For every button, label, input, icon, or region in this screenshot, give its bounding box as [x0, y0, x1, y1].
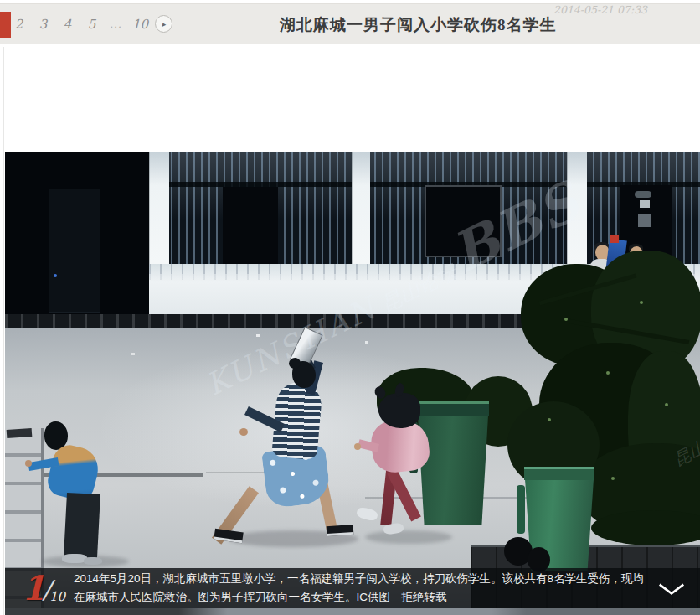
boy-shoe-2 [84, 557, 102, 565]
trash-bin-1 [417, 401, 489, 525]
building-pillar-2 [352, 152, 370, 264]
publish-timestamp: 2014-05-21 07:33 [553, 3, 647, 44]
page-link-4[interactable]: 4 [55, 17, 80, 32]
page-link-10[interactable]: 10 [128, 17, 152, 32]
photo-story-title: 湖北麻城一男子闯入小学砍伤8名学生 [280, 3, 557, 44]
cloth-red-tag [610, 235, 619, 243]
leaf-glint-5 [665, 403, 668, 406]
gallery-photo[interactable]: KUNSHAN 昆山论坛 BBS 昆山论坛 1 / 10 2014年5月20日，… [5, 152, 700, 615]
litter-speck-1 [256, 334, 260, 337]
leaf-glint-6 [611, 477, 615, 480]
chevron-down-icon [658, 582, 685, 596]
page-link-2[interactable]: 2 [7, 17, 31, 32]
photo-index: 1 / 10 [22, 571, 65, 605]
attacker-left-hand [239, 428, 248, 436]
attacker-sandal-2 [327, 525, 354, 536]
photo-index-current: 1 [22, 571, 45, 605]
building-pillar-1 [149, 152, 169, 264]
building-pillar-3 [567, 152, 587, 264]
photo-caption-text: 2014年5月20日，湖北麻城市五里墩小学，一名福建籍男子闯入学校，持刀砍伤学生… [74, 570, 651, 607]
door-vent [635, 191, 651, 198]
leaf-glint-3 [640, 301, 643, 304]
garage-inner-door [49, 189, 100, 313]
news-photo-gallery-page: 2 3 4 5 ... 10 ▸ 湖北麻城一男子闯入小学砍伤8名学生 2014-… [0, 0, 700, 615]
door-sticker-2 [638, 214, 651, 227]
girl-shadow [365, 530, 452, 544]
page-link-3[interactable]: 3 [31, 17, 55, 32]
pagination-ellipsis: ... [104, 18, 128, 30]
litter-speck-3 [131, 353, 135, 355]
caption-collapse-button[interactable] [653, 578, 690, 600]
door-sticker-1 [640, 200, 650, 208]
girl-hand [354, 443, 361, 450]
leaf-glint-2 [606, 371, 610, 375]
caption-overlay: 1 / 10 2014年5月20日，湖北麻城市五里墩小学，一名福建籍男子闯入学校… [5, 568, 700, 608]
trash-bin-2-lid [524, 467, 594, 480]
trash-bin-1-lid [417, 401, 489, 416]
girl-hair [378, 393, 420, 428]
arrow-right-icon: ▸ [162, 20, 166, 28]
content-left-border [3, 47, 4, 615]
boy-pants [64, 493, 100, 558]
photo-bottom-strip [5, 608, 700, 615]
trash-bin-2-handle [517, 485, 525, 534]
object-on-steps [7, 428, 33, 438]
litter-speck-2 [365, 341, 368, 344]
page-link-5[interactable]: 5 [80, 17, 104, 32]
photo-index-total: 10 [49, 589, 65, 604]
leaf-glint-4 [548, 418, 551, 421]
garage-blue-glint [54, 274, 57, 277]
next-page-button[interactable]: ▸ [155, 15, 172, 33]
door-opening-2 [425, 185, 502, 257]
boy-hand [25, 460, 32, 467]
pagination: 2 3 4 5 ... 10 ▸ [7, 3, 172, 44]
leaf-glint-1 [564, 318, 568, 321]
door-opening-1 [223, 187, 278, 264]
